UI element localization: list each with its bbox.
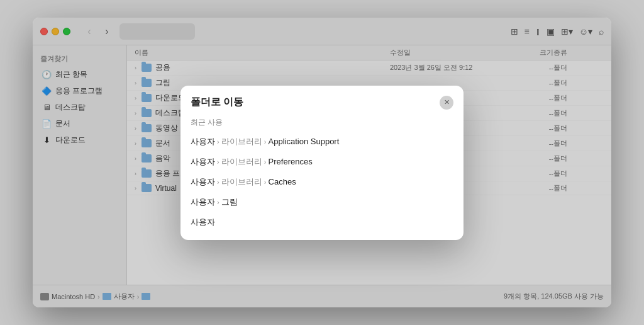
modal-item-user: 사용자 <box>191 156 215 168</box>
modal-list: 사용자 › 라이브러리 › Application Support 사용자 › … <box>180 132 464 240</box>
path-library: 라이브러리 <box>221 176 262 188</box>
modal-item[interactable]: 사용자 › 그림 <box>186 192 458 212</box>
path-library: 라이브러리 <box>221 156 262 168</box>
path-final: Application Support <box>269 137 340 146</box>
modal-item[interactable]: 사용자 <box>186 212 458 232</box>
path-separator: › <box>215 138 221 145</box>
modal-item[interactable]: 사용자 › 라이브러리 › Preferences <box>186 152 458 172</box>
path-separator: › <box>215 178 221 186</box>
path-final: Caches <box>269 177 296 186</box>
goto-folder-modal: 폴더로 이동 ✕ 최근 사용 사용자 › 라이브러리 › Application… <box>180 86 464 240</box>
modal-item[interactable]: 사용자 › 라이브러리 › Caches <box>186 172 458 192</box>
modal-title: 폴더로 이동 <box>191 96 440 109</box>
path-final: 그림 <box>221 197 238 208</box>
path-separator: › <box>262 178 269 186</box>
modal-item-user: 사용자 <box>191 176 215 188</box>
path-separator: › <box>215 158 221 166</box>
finder-window: ‹ › ⊞ ≡ ⫿ ▣ ⊞▾ ☺▾ ⌕ 즐겨찾기 🕐 최근 항목 🔷 응용 프로… <box>33 18 611 307</box>
path-library: 라이브러리 <box>221 136 262 147</box>
modal-item-user: 사용자 <box>191 197 215 208</box>
modal-item-user: 사용자 <box>191 217 215 228</box>
path-separator: › <box>262 138 269 145</box>
path-separator: › <box>215 198 221 206</box>
modal-section-label: 최근 사용 <box>180 115 464 132</box>
modal-close-button[interactable]: ✕ <box>440 96 453 110</box>
path-final: Preferences <box>269 157 313 166</box>
modal-item[interactable]: 사용자 › 라이브러리 › Application Support <box>186 132 458 152</box>
path-separator: › <box>262 158 269 166</box>
modal-header: 폴더로 이동 ✕ <box>180 86 464 115</box>
modal-item-user: 사용자 <box>191 136 215 147</box>
modal-overlay: 폴더로 이동 ✕ 최근 사용 사용자 › 라이브러리 › Application… <box>33 18 611 307</box>
